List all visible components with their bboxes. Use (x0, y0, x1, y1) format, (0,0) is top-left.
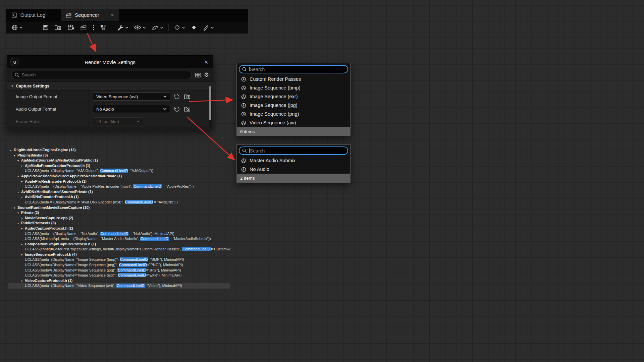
option-image-sequence-bmp[interactable]: Image Sequence (bmp) (237, 83, 350, 92)
search-result-line[interactable]: UCLASS(meta=(DisplayName="AJA Output", C… (8, 168, 230, 174)
expanded-arrow-icon[interactable]: ▾ (21, 279, 25, 284)
tree-node[interactable]: ▾Source\Runtime\MovieSceneCapture (10) (8, 205, 230, 210)
tree-node[interactable]: ▾CompositionGraphCaptureProtocol.h (1) (8, 242, 230, 247)
render-movie-button[interactable] (77, 21, 90, 34)
tree-node[interactable]: ▾Private (2) (8, 210, 230, 216)
code-text: UCLASS(MinimalApi, meta = (DisplayName =… (25, 237, 140, 241)
section-collapse-icon[interactable]: ▾ (11, 84, 13, 88)
tree-node[interactable]: ▾VideoCaptureProtocol.h (1) (8, 278, 230, 284)
gear-icon[interactable]: ⚙ (204, 72, 209, 78)
keyframe-options-button[interactable] (171, 21, 188, 34)
popup-search-input[interactable] (239, 65, 348, 73)
audio-output-format-dropdown[interactable]: No Audio (93, 105, 170, 113)
tree-node[interactable]: ▾AvidDNxEncoderProtocol.h (1) (8, 194, 230, 200)
tree-node[interactable]: ▷MovieSceneCapture.cpp (2) (8, 216, 230, 221)
scrollbar-thumb[interactable] (209, 86, 211, 120)
curve-editor-button[interactable] (200, 21, 217, 34)
chevron-down-icon (211, 26, 214, 29)
tree-node-label: Source\Runtime\MovieSceneCapture (10) (17, 205, 90, 209)
code-text: ="PNG"), MinimalAPI) (147, 263, 183, 267)
popup-search-input[interactable] (239, 146, 348, 155)
search-result-line[interactable]: UCLASS(meta=(DisplayName="Video Sequence… (8, 283, 230, 289)
popup-search-box (237, 63, 350, 75)
dialog-scrollbar[interactable] (209, 85, 212, 128)
search-result-line[interactable]: UCLASS(config=EditorPerProjectUserSettin… (8, 247, 230, 252)
save-button[interactable] (40, 21, 52, 34)
search-result-line[interactable]: UCLASS(meta=(DisplayName="Image Sequence… (8, 273, 230, 278)
use-selected-asset-icon[interactable] (174, 106, 180, 112)
search-result-line[interactable]: UCLASS(meta=(DisplayName="Image Sequence… (8, 257, 230, 262)
close-tab-icon[interactable]: × (111, 12, 114, 17)
search-result-line[interactable]: UCLASS(meta = (DisplayName = "No Audio",… (8, 231, 230, 237)
code-text: ="CustomRenderPasses"), MinimalAPI) (211, 247, 230, 251)
actions-button[interactable] (114, 21, 131, 34)
tree-node-label: Public\Protocols (8) (21, 221, 56, 225)
column-view-icon[interactable] (195, 72, 201, 78)
option-image-sequence-jpg[interactable]: Image Sequence (jpg) (237, 101, 350, 110)
search-result-line[interactable]: UCLASS(meta = (DisplayName = "Avid DNx E… (8, 200, 230, 205)
expanded-arrow-icon[interactable]: ▾ (17, 174, 21, 179)
expanded-arrow-icon[interactable]: ▾ (21, 226, 25, 231)
options-menu-button[interactable] (90, 21, 97, 34)
expanded-arrow-icon[interactable]: ▾ (21, 179, 25, 184)
expanded-arrow-icon[interactable]: ▾ (17, 210, 21, 216)
option-image-sequence-exr[interactable]: Image Sequence (exr) (237, 92, 350, 101)
option-video-sequence-avi[interactable]: Video Sequence (avi) (237, 118, 350, 127)
tree-node[interactable]: ▾AjaMediaFrameGrabberProtocol.h (1) (8, 163, 230, 169)
create-camera-button[interactable] (64, 21, 77, 34)
view-options-button[interactable] (131, 21, 149, 34)
search-result-line[interactable]: UCLASS(meta = (DisplayName = "Apple ProR… (8, 184, 230, 189)
close-dialog-icon[interactable]: × (204, 58, 208, 66)
tree-node[interactable]: ▾AvidDNxMedia\Source\Source\Private (1) (8, 189, 230, 195)
tree-node[interactable]: ▾AudioCaptureProtocol.h (2) (8, 226, 230, 231)
outliner-button[interactable] (97, 21, 109, 34)
tree-node[interactable]: ▾Public\Protocols (8) (8, 221, 230, 226)
dialog-titlebar[interactable]: Render Movie Settings × (7, 56, 213, 68)
class-icon (241, 167, 246, 172)
option-custom-render-passes[interactable]: Custom Render Passes (237, 75, 350, 83)
expanded-arrow-icon[interactable]: ▾ (17, 158, 21, 163)
settings-search-input[interactable] (11, 71, 192, 79)
option-image-sequence-png[interactable]: Image Sequence (png) (237, 110, 350, 118)
tree-node[interactable]: ▾Plugins\Media (3) (8, 153, 230, 158)
expanded-arrow-icon[interactable]: ▾ (14, 153, 17, 158)
option-master-audio-submix[interactable]: Master Audio Submix (237, 156, 350, 165)
expanded-arrow-icon[interactable]: ▾ (10, 148, 14, 153)
use-selected-asset-icon[interactable] (174, 94, 180, 100)
dialog-title: Render Movie Settings (7, 59, 213, 65)
property-row-audio-output-format: Audio Output Format No Audio (7, 103, 213, 115)
expanded-arrow-icon[interactable]: ▾ (21, 195, 25, 200)
tab-output-log[interactable]: Output Log (6, 9, 61, 21)
image-output-format-dropdown[interactable]: Video Sequence (avi) (93, 93, 170, 101)
search-result-line[interactable]: UCLASS(meta=(DisplayName="Image Sequence… (8, 268, 230, 273)
expanded-arrow-icon[interactable]: ▾ (21, 242, 25, 247)
cine-camera-icon (67, 24, 74, 31)
playback-options-button[interactable] (149, 21, 166, 34)
search-result-line[interactable]: UCLASS(meta=(DisplayName="Image Sequence… (8, 262, 230, 268)
browse-to-asset-icon[interactable] (184, 94, 191, 100)
expanded-arrow-icon[interactable]: ▾ (21, 252, 25, 257)
tree-node[interactable]: ▾ImageSequenceProtocol.h (4) (8, 252, 230, 257)
sequence-browser-button[interactable] (9, 21, 25, 34)
code-text: ="EXR"), MinimalAPI) (146, 273, 181, 277)
capture-settings-header[interactable]: ▾ Capture Settings (7, 81, 213, 90)
popup-search-box (237, 145, 350, 156)
expanded-arrow-icon[interactable]: ▾ (21, 164, 25, 169)
search-result-line[interactable]: UCLASS(MinimalApi, meta = (DisplayName =… (8, 236, 230, 242)
tree-node[interactable]: ▾AjaMedia\Source\AjaMediaOutput\Public (… (8, 158, 230, 163)
find-in-content-browser-button[interactable] (52, 21, 64, 34)
auto-key-button[interactable] (188, 21, 200, 34)
tree-node-label: AudioCaptureProtocol.h (2) (25, 226, 73, 230)
expanded-arrow-icon[interactable]: ▾ (17, 190, 21, 195)
chevron-down-icon (163, 108, 167, 110)
tab-sequencer[interactable]: Sequencer × (61, 9, 118, 21)
tree-node[interactable]: ▾AppleProResMedia\Source\AppleProResMedi… (8, 174, 230, 179)
expanded-arrow-icon[interactable]: ▾ (14, 205, 17, 210)
tree-node[interactable]: ▾AppleProResEncoderProtocol.h (1) (8, 179, 230, 184)
browse-to-asset-icon[interactable] (184, 106, 191, 112)
option-no-audio[interactable]: No Audio (237, 165, 350, 174)
collapsed-arrow-icon[interactable]: ▷ (21, 216, 25, 221)
arrow-render-movie-to-dialog (87, 33, 95, 51)
expanded-arrow-icon[interactable]: ▾ (17, 221, 21, 226)
tree-node[interactable]: ▾D:\github\UnrealEngine\Engine (13) (8, 147, 230, 153)
